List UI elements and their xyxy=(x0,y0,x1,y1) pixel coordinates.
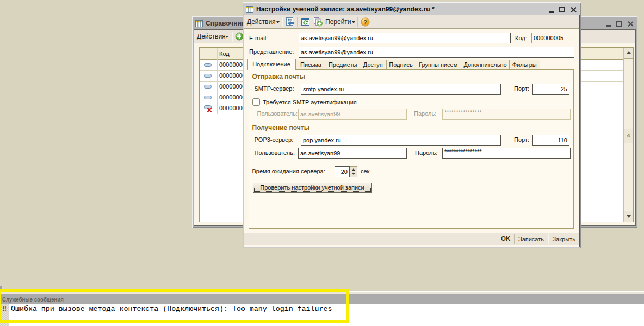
svg-text:?: ? xyxy=(363,19,367,26)
